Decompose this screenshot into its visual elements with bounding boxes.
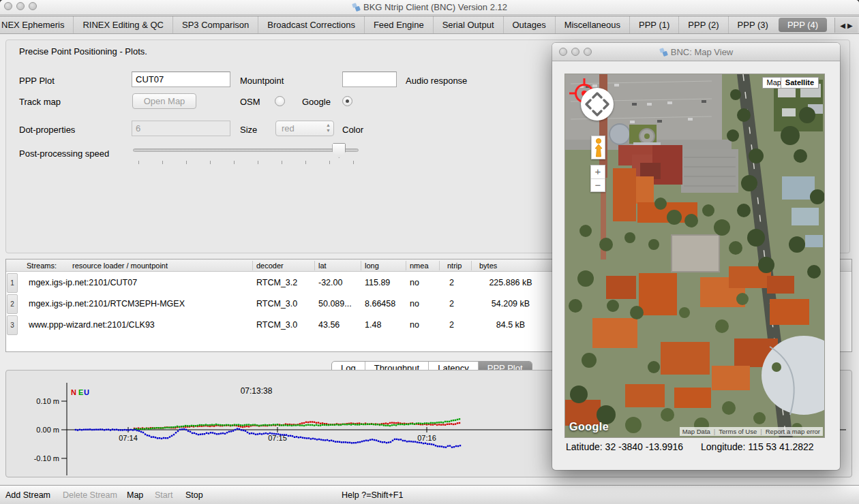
tab-ppp-4-[interactable]: PPP (4)	[779, 18, 827, 32]
pan-arrows-icon	[581, 88, 614, 121]
slider-tick	[329, 161, 330, 164]
color-dropdown-value: red	[282, 123, 295, 133]
svg-text:07:16: 07:16	[417, 434, 436, 442]
speed-slider-track[interactable]	[133, 148, 359, 152]
map-pan-control[interactable]	[581, 88, 614, 121]
pegman-icon	[594, 138, 603, 157]
coordinates-readout: Latitude: 32 -3840 -13.9916 Longitude: 1…	[566, 441, 814, 452]
col-long[interactable]: long	[365, 262, 379, 270]
svg-text:-0.10 m: -0.10 m	[34, 454, 59, 462]
map-button[interactable]: Map	[127, 490, 143, 500]
cell-long: 115.89	[365, 278, 390, 287]
color-dropdown[interactable]: red ▲▼	[275, 121, 334, 136]
tab-serial-output[interactable]: Serial Output	[433, 16, 503, 33]
svg-text:0.10 m: 0.10 m	[36, 397, 59, 405]
zoom-out-button[interactable]: −	[591, 178, 605, 191]
cell-long: 8.66458	[365, 299, 395, 309]
col-nmea[interactable]: nmea	[410, 262, 429, 270]
col-ntrip[interactable]: ntrip	[447, 262, 462, 270]
col-bytes[interactable]: bytes	[479, 262, 497, 270]
audio-response-label: Audio response	[406, 76, 467, 86]
longitude-value: 115 53 41.2822	[748, 441, 813, 452]
street-view-pegman[interactable]	[591, 136, 605, 159]
track-map-label: Track map	[19, 97, 61, 107]
map-link-report-a-map-error[interactable]: Report a map error	[766, 428, 820, 435]
cell-lat: -32.00	[318, 278, 342, 287]
cell-ntrip: 2	[449, 299, 454, 309]
map-link-map-data[interactable]: Map Data	[682, 428, 710, 435]
tab-miscellaneous[interactable]: Miscellaneous	[555, 16, 629, 33]
tab-scroll-right-icon[interactable]: ▶	[847, 22, 853, 29]
tab-feed-engine[interactable]: Feed Engine	[364, 16, 433, 33]
cell-mountpoint: mgex.igs-ip.net:2101/RTCM3EPH-MGEX	[29, 299, 185, 309]
cell-nmea: no	[410, 320, 419, 330]
tab-scroll-arrows: ◀ ▶	[834, 18, 858, 33]
mountpoint-input[interactable]	[342, 72, 397, 87]
slider-tick	[305, 161, 306, 164]
panel-heading: Precise Point Positioning - Plots.	[19, 46, 147, 57]
cell-decoder: RTCM_3.0	[256, 320, 297, 330]
svg-text:0.00 m: 0.00 m	[36, 426, 59, 434]
map-attribution-links: Map Data|Terms of Use|Report a map error	[680, 427, 823, 436]
tab-outages[interactable]: Outages	[503, 16, 555, 33]
open-map-button[interactable]: Open Map	[132, 93, 196, 109]
svg-text:N: N	[71, 388, 76, 396]
ppp-plot-input[interactable]	[132, 72, 230, 87]
slider-tick	[353, 161, 354, 164]
delete-stream-button[interactable]: Delete Stream	[63, 490, 117, 500]
map-type-satellite[interactable]: Satellite	[781, 77, 819, 89]
col-decoder[interactable]: decoder	[256, 262, 284, 270]
dot-size-input[interactable]	[132, 121, 230, 136]
map-link-terms-of-use[interactable]: Terms of Use	[719, 428, 757, 435]
main-titlebar[interactable]: BKG Ntrip Client (BNC) Version 2.12	[0, 0, 859, 15]
col-lat[interactable]: lat	[318, 262, 327, 270]
map-titlebar[interactable]: BNC: Map View	[552, 43, 840, 61]
mountpoint-label: Mountpoint	[240, 76, 284, 86]
tab-nex-ephemeris[interactable]: NEX Ephemeris	[0, 16, 73, 33]
cell-bytes: 225.886 kB	[479, 278, 542, 287]
slider-tick	[234, 161, 235, 164]
tab-rinex-editing-qc[interactable]: RINEX Editing & QC	[73, 16, 172, 33]
slider-tick	[282, 161, 282, 164]
map-window-title: BNC: Map View	[552, 47, 840, 57]
bnc-app-icon	[659, 48, 668, 57]
add-stream-button[interactable]: Add Stream	[5, 490, 50, 500]
tab-broadcast-corrections[interactable]: Broadcast Corrections	[258, 16, 364, 33]
window-title: BKG Ntrip Client (BNC) Version 2.12	[0, 2, 859, 12]
row-number[interactable]: 1	[7, 273, 18, 293]
size-label: Size	[240, 125, 257, 135]
table-scrollbar[interactable]	[839, 272, 851, 351]
svg-text:E: E	[78, 388, 83, 396]
screen: BKG Ntrip Client (BNC) Version 2.12 NEX …	[0, 0, 859, 504]
col-mountpoint[interactable]: resource loader / mountpoint	[72, 262, 168, 270]
osm-radio[interactable]	[275, 96, 285, 106]
bnc-app-icon	[352, 3, 361, 12]
longitude-label: Longitude:	[701, 441, 745, 452]
row-number[interactable]: 3	[7, 315, 18, 335]
cell-lat: 50.089...	[318, 299, 352, 309]
tab-ppp-2-[interactable]: PPP (2)	[678, 16, 727, 33]
start-button[interactable]: Start	[155, 490, 172, 500]
tab-ppp-3-[interactable]: PPP (3)	[728, 16, 777, 33]
ppp-plot-label: PPP Plot	[19, 76, 55, 86]
cell-decoder: RTCM_3.2	[256, 278, 297, 287]
slider-tick	[186, 161, 187, 164]
satellite-map[interactable]: + − MapSatellite Google Map Data|Terms o…	[564, 74, 825, 438]
osm-label: OSM	[240, 97, 260, 107]
zoom-in-button[interactable]: +	[591, 166, 605, 178]
tab-sp3-comparison[interactable]: SP3 Comparison	[172, 16, 258, 33]
tab-ppp-1-[interactable]: PPP (1)	[629, 16, 678, 33]
cell-bytes: 84.5 kB	[479, 320, 542, 330]
satellite-imagery	[565, 74, 825, 438]
cell-mountpoint: mgex.igs-ip.net:2101/CUT07	[29, 278, 137, 287]
google-radio[interactable]	[342, 96, 352, 106]
cell-long: 1.48	[365, 320, 381, 330]
google-logo[interactable]: Google	[569, 421, 609, 433]
cell-bytes: 54.209 kB	[479, 299, 542, 309]
map-view-window: BNC: Map View	[552, 43, 840, 470]
tab-scroll-left-icon[interactable]: ◀	[840, 22, 845, 29]
row-number[interactable]: 2	[7, 294, 18, 314]
stop-button[interactable]: Stop	[185, 490, 203, 500]
cell-decoder: RTCM_3.0	[256, 299, 297, 309]
bottom-toolbar: Add StreamDelete StreamMapStartStop Help…	[0, 485, 859, 504]
